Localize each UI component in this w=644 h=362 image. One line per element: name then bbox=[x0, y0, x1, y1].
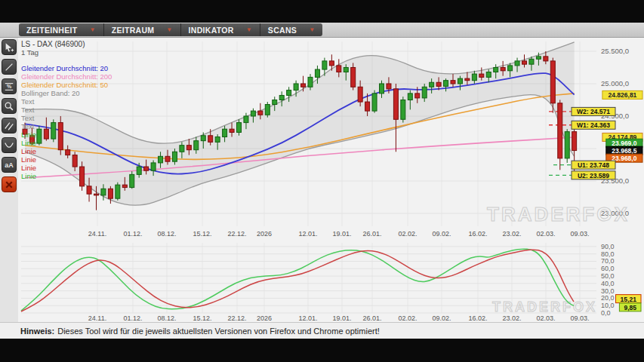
chevron-down-icon: ▼ bbox=[246, 26, 252, 33]
menu-bar: ZEITEINHEIT ▼ ZEITRAUM ▼ INDIKATOR ▼ SCA… bbox=[0, 23, 644, 38]
curve-tool-button[interactable] bbox=[2, 137, 17, 153]
cursor-tool-button[interactable] bbox=[2, 39, 17, 55]
menu-label: INDIKATOR bbox=[189, 26, 234, 35]
hint-prefix: Hinweis: bbox=[20, 327, 54, 336]
hint-text: Dieses Tool wird für die jeweils aktuell… bbox=[57, 327, 380, 336]
fibonacci-retracement-icon: % bbox=[4, 81, 14, 92]
trendline-tool-button[interactable] bbox=[2, 59, 17, 75]
menu-scans[interactable]: SCANS ▼ bbox=[260, 23, 322, 36]
trendline-icon bbox=[4, 62, 14, 72]
parallel-lines-icon bbox=[4, 121, 14, 131]
parallel-channel-tool-button[interactable] bbox=[2, 118, 17, 133]
zoom-tool-button[interactable] bbox=[2, 98, 17, 114]
chevron-down-icon: ▼ bbox=[89, 26, 95, 33]
cursor-icon bbox=[4, 42, 14, 53]
chevron-down-icon: ▼ bbox=[309, 26, 315, 33]
chevron-down-icon: ▼ bbox=[166, 26, 172, 33]
trading-app-window: 25.500,025.000,024.500,023.500,023.000,0… bbox=[0, 0, 644, 362]
close-icon bbox=[5, 180, 14, 189]
footer-hint-bar: Hinweis: Dieses Tool wird für die jeweil… bbox=[0, 322, 644, 339]
menu-zeitraum[interactable]: ZEITRAUM ▼ bbox=[104, 23, 181, 36]
text-tool-button[interactable]: aA bbox=[2, 157, 17, 173]
menu-label: ZEITEINHEIT bbox=[26, 26, 77, 35]
chart-workspace-background bbox=[0, 23, 644, 339]
menu-indikator[interactable]: INDIKATOR ▼ bbox=[181, 23, 260, 36]
menu-zeiteinheit[interactable]: ZEITEINHEIT ▼ bbox=[19, 23, 104, 36]
drawing-toolbar: % aA bbox=[2, 39, 17, 192]
fibonacci-tool-button[interactable]: % bbox=[2, 78, 17, 94]
menu-label: ZEITRAUM bbox=[112, 26, 155, 35]
menu-label: SCANS bbox=[268, 26, 297, 35]
delete-tool-button[interactable] bbox=[2, 176, 17, 192]
magnifier-icon bbox=[4, 101, 14, 112]
text-tool-icon: aA bbox=[5, 161, 14, 169]
svg-text:%: % bbox=[7, 84, 12, 89]
curve-icon bbox=[4, 140, 14, 151]
